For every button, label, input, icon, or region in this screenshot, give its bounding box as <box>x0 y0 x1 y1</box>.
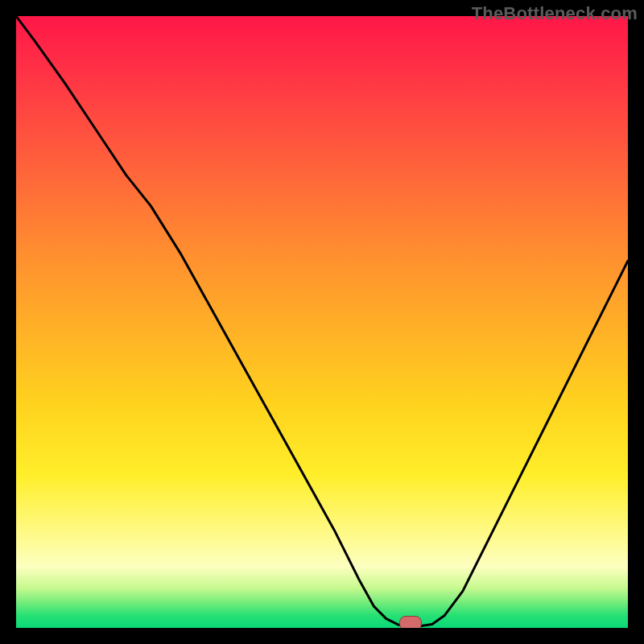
plot-area <box>16 16 628 628</box>
bottleneck-curve <box>16 16 628 628</box>
chart-frame: TheBottleneck.com <box>0 0 644 644</box>
minimum-marker-icon <box>399 616 422 628</box>
watermark-text: TheBottleneck.com <box>472 3 638 24</box>
